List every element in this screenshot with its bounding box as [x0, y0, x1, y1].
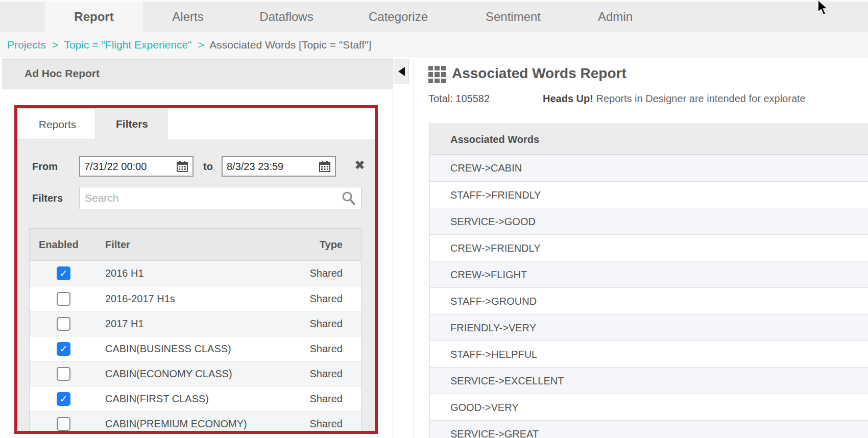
table-row[interactable]: CABIN(PREMIUM ECONOMY) Shared: [30, 411, 361, 431]
from-date-input[interactable]: 7/31/22 00:00: [79, 156, 194, 177]
list-item[interactable]: CREW->CABIN: [430, 155, 868, 181]
search-input[interactable]: Search: [79, 187, 361, 209]
panel-title: Ad Hoc Report: [2, 58, 393, 89]
filters-pane: From 7/31/22 00:00 to 8/3/23 23:59: [17, 139, 375, 431]
clear-dates-icon[interactable]: ✖: [354, 158, 365, 173]
filter-type: Shared: [310, 311, 343, 336]
tab-alerts[interactable]: Alerts: [157, 0, 219, 32]
report-title: Associated Words Report: [452, 65, 626, 82]
filter-table-body: ✓ 2016 H1 Shared 2016-2017 H1s Shared 20…: [30, 261, 361, 431]
search-placeholder: Search: [85, 192, 341, 204]
filter-type: Shared: [310, 411, 343, 431]
tab-dataflows[interactable]: Dataflows: [246, 0, 327, 32]
filter-checkbox[interactable]: ✓: [57, 342, 70, 356]
tab-sentiment[interactable]: Sentiment: [472, 0, 554, 32]
filter-checkbox[interactable]: [57, 417, 70, 431]
breadcrumb-link-topic[interactable]: Topic = "Flight Experience": [64, 39, 191, 51]
calendar-icon[interactable]: [319, 160, 331, 173]
list-item[interactable]: CREW->FLIGHT: [430, 261, 868, 287]
associated-words-column-header: Associated Words: [430, 124, 868, 155]
filter-checkbox[interactable]: [57, 292, 70, 306]
tab-admin[interactable]: Admin: [574, 0, 656, 32]
breadcrumb-current: Associated Words [Topic = "Staff"]: [209, 39, 371, 51]
left-panel-tab-bar: Reports Filters: [17, 108, 375, 139]
table-row[interactable]: ✓ CABIN(FIRST CLASS) Shared: [30, 386, 361, 411]
list-item[interactable]: SERVICE->GOOD: [430, 208, 868, 234]
filter-type: Shared: [310, 386, 343, 411]
filter-name: 2017 H1: [105, 311, 144, 336]
filter-type: Shared: [310, 261, 343, 286]
collapse-panel-button[interactable]: [394, 59, 409, 84]
list-item[interactable]: SERVICE->EXCELLENT: [430, 367, 868, 394]
column-header-enabled: Enabled: [39, 229, 79, 261]
filter-checkbox[interactable]: [57, 317, 70, 331]
from-date-value: 7/31/22 00:00: [84, 161, 173, 173]
to-date-value: 8/3/23 23:59: [227, 161, 316, 173]
list-item[interactable]: SERVICE->GREAT: [430, 420, 868, 438]
filters-search-label: Filters: [32, 192, 63, 204]
list-item[interactable]: STAFF->GROUND: [430, 287, 868, 314]
filter-checkbox[interactable]: [57, 367, 70, 381]
tab-categorize[interactable]: Categorize: [357, 0, 439, 32]
breadcrumb-separator: >: [195, 39, 207, 51]
breadcrumb: Projects > Topic = "Flight Experience" >…: [0, 32, 868, 57]
top-nav: Report Alerts Dataflows Categorize Senti…: [0, 0, 868, 32]
to-label: to: [203, 161, 213, 173]
filter-checkbox[interactable]: ✓: [57, 266, 70, 280]
grid-icon: [428, 66, 446, 83]
heads-up-bold: Heads Up!: [543, 93, 593, 104]
associated-words-panel: Associated Words Report Total: 105582 He…: [414, 58, 868, 438]
window-top-strip: [0, 0, 868, 2]
associated-words-table: Associated Words CREW->CABIN STAFF->FRIE…: [429, 124, 868, 438]
filter-name: 2016-2017 H1s: [105, 286, 175, 311]
filter-name: CABIN(ECONOMY CLASS): [105, 361, 232, 386]
list-item[interactable]: STAFF->HELPFUL: [430, 340, 868, 367]
filter-checkbox[interactable]: ✓: [57, 392, 70, 406]
filter-table-header: Enabled Filter Type: [30, 229, 361, 261]
column-header-type: Type: [320, 229, 343, 261]
filter-name: CABIN(BUSINESS CLASS): [105, 336, 231, 361]
table-row[interactable]: ✓ 2016 H1 Shared: [30, 261, 361, 286]
filter-name: CABIN(FIRST CLASS): [105, 386, 209, 411]
tab-report[interactable]: Report: [45, 0, 143, 32]
table-row[interactable]: CABIN(ECONOMY CLASS) Shared: [30, 361, 361, 386]
list-item[interactable]: GOOD->VERY: [430, 394, 868, 420]
breadcrumb-link-projects[interactable]: Projects: [7, 39, 46, 51]
heads-up-notice: Heads Up! Reports in Designer are intend…: [543, 93, 806, 105]
tab-filters[interactable]: Filters: [96, 108, 168, 139]
tab-reports[interactable]: Reports: [19, 108, 96, 139]
filter-name: 2016 H1: [105, 261, 144, 286]
table-row[interactable]: 2016-2017 H1s Shared: [30, 286, 361, 311]
filter-type: Shared: [310, 336, 343, 361]
magnifier-icon[interactable]: [341, 190, 356, 206]
left-triangle-icon: [398, 67, 405, 76]
table-row[interactable]: 2017 H1 Shared: [30, 311, 361, 336]
filter-table: Enabled Filter Type ✓ 2016 H1 Shared 201…: [29, 228, 361, 431]
list-item[interactable]: CREW->FRIENDLY: [430, 234, 868, 261]
column-header-filter: Filter: [105, 229, 130, 261]
from-label: From: [32, 161, 58, 173]
filter-type: Shared: [310, 361, 343, 386]
to-date-input[interactable]: 8/3/23 23:59: [222, 156, 336, 177]
table-row[interactable]: ✓ CABIN(BUSINESS CLASS) Shared: [30, 336, 361, 361]
filter-type: Shared: [310, 286, 343, 311]
total-count: Total: 105582: [428, 93, 490, 105]
associated-words-body: CREW->CABIN STAFF->FRIENDLY SERVICE->GOO…: [430, 155, 868, 438]
list-item[interactable]: FRIENDLY->VERY: [430, 314, 868, 340]
breadcrumb-separator: >: [49, 39, 61, 51]
list-item[interactable]: STAFF->FRIENDLY: [430, 181, 868, 208]
heads-up-text: Reports in Designer are intended for exp…: [593, 93, 806, 104]
calendar-icon[interactable]: [176, 160, 188, 173]
filter-name: CABIN(PREMIUM ECONOMY): [105, 411, 247, 431]
